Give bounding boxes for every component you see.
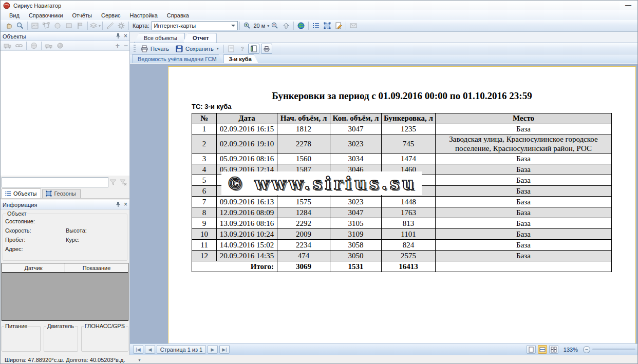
- pin-icon[interactable]: [116, 33, 121, 39]
- zoom-in-icon[interactable]: [241, 21, 253, 31]
- gear-icon[interactable]: [116, 21, 127, 31]
- page-view-toggle[interactable]: [248, 44, 259, 54]
- link-icon[interactable]: [13, 41, 25, 51]
- edit-note-icon[interactable]: [333, 21, 344, 31]
- tab-objects[interactable]: Объекты: [2, 188, 41, 198]
- menu-item-reports[interactable]: Отчёты: [68, 11, 97, 20]
- info-panel-header: Информация ×: [1, 200, 129, 209]
- zoom-out-button[interactable]: −: [583, 346, 590, 353]
- objects-tree[interactable]: [1, 51, 129, 176]
- filter-icon[interactable]: [109, 178, 117, 186]
- report-cell: 12.09.2016 08:09: [217, 207, 277, 218]
- zoom-slider[interactable]: [592, 349, 635, 350]
- tab-gsm-statement[interactable]: Ведомость учёта выдачи ГСМ: [132, 54, 223, 63]
- objects-filter-input[interactable]: [2, 177, 108, 187]
- status-bar: Широта: 47.88920°с.ш. Долгота: 40.05203°…: [1, 355, 638, 364]
- mileage-label: Пробег:: [5, 237, 66, 243]
- map-capture-icon[interactable]: [29, 21, 41, 31]
- sensor-table: Датчик Показание: [2, 263, 128, 321]
- report-cell: 02.09.2016 16:15: [217, 124, 277, 135]
- help-icon[interactable]: ?: [237, 44, 248, 54]
- report-cell: 3050: [330, 251, 382, 261]
- report-viewer[interactable]: Бункеровки за период с 01.09.2016 00:00 …: [130, 64, 638, 343]
- report-cell: 3047: [330, 124, 382, 135]
- prev-page-button[interactable]: ◀: [145, 345, 155, 354]
- coordinates-readout: Широта: 47.88920°с.ш. Долгота: 40.05203°…: [5, 357, 125, 363]
- single-page-view-button[interactable]: [527, 345, 536, 354]
- objects-panel-title: Объекты: [3, 33, 26, 40]
- zoom-out-icon[interactable]: [269, 21, 280, 31]
- power-label: Питание: [4, 323, 28, 329]
- map-combobox[interactable]: Интернет-карты: [152, 21, 238, 30]
- report-cell: 13.09.2016 10:24: [217, 229, 277, 240]
- report-tab-strip: Ведомость учёта выдачи ГСМ 3-и куба: [130, 54, 638, 64]
- scale-value[interactable]: 20 м: [254, 23, 266, 29]
- filter-clear-icon[interactable]: [119, 178, 127, 186]
- menu-item-view[interactable]: Вид: [5, 11, 24, 20]
- chevron-down-icon[interactable]: ▾: [138, 358, 140, 362]
- report-cell: 9: [192, 218, 217, 229]
- sensor-table-header: Датчик Показание: [2, 263, 128, 273]
- rect-zone-icon[interactable]: [63, 21, 74, 31]
- print-button[interactable]: Печать: [137, 44, 172, 54]
- minus-icon[interactable]: −: [124, 42, 128, 50]
- tab-report[interactable]: Отчет: [183, 33, 217, 43]
- multi-page-view-button[interactable]: [549, 345, 558, 354]
- report-page: Бункеровки за период с 01.09.2016 00:00 …: [168, 66, 636, 343]
- globe-icon[interactable]: [295, 21, 307, 31]
- report-cell: 2575: [382, 251, 436, 261]
- zoom-box-icon[interactable]: [14, 21, 26, 31]
- add-vehicle-icon[interactable]: [2, 41, 13, 51]
- menu-item-directories[interactable]: Справочники: [24, 11, 68, 20]
- page-indicator: Страница 1 из 1: [157, 345, 206, 354]
- chevron-down-icon: ▾: [217, 46, 219, 51]
- mail-icon[interactable]: [348, 21, 359, 31]
- report-toolbar: Печать Сохранить ▾ ?: [130, 43, 638, 54]
- menu-item-settings[interactable]: Настройка: [125, 11, 162, 20]
- tab-3i-kuba[interactable]: 3-и куба: [223, 54, 258, 63]
- tab-all-objects[interactable]: Все объекты: [134, 33, 185, 43]
- save-button[interactable]: Сохранить ▾: [172, 44, 222, 54]
- toolbar-grip: [134, 45, 136, 53]
- first-page-button[interactable]: |◀: [133, 345, 143, 354]
- title-bar: Сириус Навигатор —: [1, 1, 638, 10]
- print-preview-toggle[interactable]: [261, 44, 272, 54]
- last-page-button[interactable]: ▶|: [219, 345, 230, 354]
- next-page-button[interactable]: ▶: [208, 345, 218, 354]
- report-row: 102.09.2016 16:15181230471235База: [192, 124, 612, 135]
- sphere-icon[interactable]: [54, 41, 66, 51]
- report-cell: База: [436, 229, 612, 240]
- object-list-icon[interactable]: [310, 21, 322, 31]
- report-cell: 2292: [277, 218, 330, 229]
- pan-hand-icon[interactable]: [3, 21, 14, 31]
- polygon-edit-icon[interactable]: [41, 21, 52, 31]
- reading-col-header[interactable]: Показание: [65, 263, 128, 272]
- menu-item-service[interactable]: Сервис: [97, 11, 125, 20]
- layers-icon[interactable]: ▾: [89, 21, 101, 31]
- tab-geozones[interactable]: Геозоны: [42, 189, 80, 198]
- report-cell: 824: [382, 240, 436, 251]
- fit-width-view-button[interactable]: [538, 345, 547, 354]
- pin-icon[interactable]: [116, 201, 121, 207]
- total-value: 1531: [330, 261, 382, 272]
- report-cell: 5: [192, 175, 217, 186]
- close-icon[interactable]: ×: [124, 201, 127, 208]
- circle-zone-icon[interactable]: [52, 21, 63, 31]
- minimize-button[interactable]: —: [625, 2, 631, 9]
- home-view-icon[interactable]: [280, 21, 292, 31]
- sensor-col-header[interactable]: Датчик: [2, 263, 65, 272]
- report-cell: 11: [192, 240, 217, 251]
- globe-small-icon[interactable]: [28, 41, 40, 51]
- ruler-icon[interactable]: [104, 21, 116, 31]
- report-cell: 3058: [330, 240, 382, 251]
- report-col-header: Место: [436, 113, 612, 124]
- plus-icon[interactable]: +: [116, 42, 120, 50]
- geozone-select-icon[interactable]: [322, 21, 333, 31]
- close-icon[interactable]: ×: [124, 32, 127, 40]
- route-flag-icon[interactable]: [74, 21, 86, 31]
- truck-icon[interactable]: [43, 41, 54, 51]
- report-row: 305.09.2016 08:16156030341474База: [192, 154, 612, 164]
- report-cell: База: [436, 218, 612, 229]
- menu-item-help[interactable]: Справка: [162, 11, 194, 20]
- page-setup-icon[interactable]: [226, 44, 237, 54]
